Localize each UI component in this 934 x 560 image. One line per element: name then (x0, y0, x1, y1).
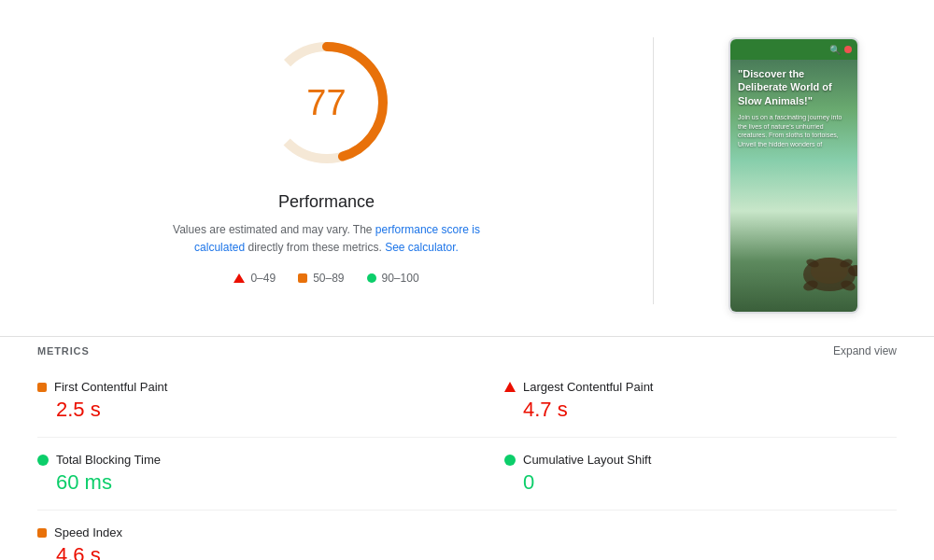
performance-gauge: 77 (252, 28, 402, 177)
metrics-header: METRICS Expand view (0, 336, 934, 365)
cls-indicator-icon (504, 455, 516, 466)
phone-header: 🔍 (730, 39, 857, 60)
phone-search-icon: 🔍 (829, 45, 841, 55)
metric-tbt-header: Total Blocking Time (37, 453, 452, 467)
si-label: Speed Index (54, 525, 122, 539)
cls-value: 0 (523, 470, 882, 495)
phone-content: "Discover the Deliberate World of Slow A… (730, 60, 857, 312)
main-container: 77 Performance Values are estimated and … (0, 0, 934, 560)
gauge-score: 77 (306, 83, 346, 123)
phone-body-text: Join us on a fascinating journey into th… (738, 113, 850, 149)
metric-largest-contentful-paint: Largest Contentful Paint 4.7 s (467, 365, 897, 438)
expand-view-button[interactable]: Expand view (833, 344, 897, 357)
section-divider (653, 37, 654, 304)
animal-silhouette-icon (783, 200, 857, 312)
phone-preview-area: 🔍 (691, 28, 897, 314)
legend-label-orange: 50–89 (313, 272, 344, 285)
phone-frame: 🔍 (729, 37, 859, 314)
legend-item-green: 90–100 (367, 272, 419, 285)
metric-speed-index: Speed Index 4.6 s (37, 511, 467, 560)
tbt-indicator-icon (37, 455, 49, 466)
metrics-grid: First Contentful Paint 2.5 s Largest Con… (0, 365, 934, 560)
performance-area: 77 Performance Values are estimated and … (37, 28, 616, 285)
desc-mid: directly from these metrics. (245, 241, 385, 254)
metric-total-blocking-time: Total Blocking Time 60 ms (37, 438, 467, 511)
metric-first-contentful-paint: First Contentful Paint 2.5 s (37, 365, 467, 438)
metrics-label: METRICS (37, 345, 90, 357)
green-circle-icon (367, 273, 376, 283)
lcp-label: Largest Contentful Paint (523, 380, 653, 394)
phone-headline: "Discover the Deliberate World of Slow A… (738, 67, 850, 107)
metric-cumulative-layout-shift: Cumulative Layout Shift 0 (467, 438, 897, 511)
metric-fcp-header: First Contentful Paint (37, 380, 452, 394)
fcp-value: 2.5 s (56, 398, 452, 422)
red-triangle-icon (234, 273, 245, 283)
metric-lcp-header: Largest Contentful Paint (504, 380, 882, 394)
legend-label-red: 0–49 (250, 272, 276, 285)
desc-text: Values are estimated and may vary. The (173, 223, 375, 236)
tbt-label: Total Blocking Time (56, 453, 161, 467)
orange-square-icon (298, 273, 307, 283)
top-section: 77 Performance Values are estimated and … (0, 0, 934, 332)
legend-label-green: 90–100 (382, 272, 419, 285)
lcp-indicator-icon (504, 382, 516, 392)
phone-close-dot (844, 46, 852, 53)
performance-title: Performance (278, 192, 375, 212)
metric-si-header: Speed Index (37, 525, 452, 539)
tbt-value: 60 ms (56, 470, 452, 495)
lcp-value: 4.7 s (523, 398, 882, 422)
legend-item-red: 0–49 (234, 272, 276, 285)
legend-item-orange: 50–89 (298, 272, 344, 285)
calculator-link[interactable]: See calculator. (385, 241, 459, 254)
phone-overlay-text: "Discover the Deliberate World of Slow A… (738, 67, 850, 149)
fcp-label: First Contentful Paint (54, 380, 167, 394)
si-value: 4.6 s (56, 543, 452, 560)
cls-label: Cumulative Layout Shift (523, 453, 651, 467)
si-indicator-icon (37, 528, 47, 538)
performance-description: Values are estimated and may vary. The p… (168, 221, 486, 257)
fcp-indicator-icon (37, 383, 47, 392)
metric-cls-header: Cumulative Layout Shift (504, 453, 882, 467)
score-legend: 0–49 50–89 90–100 (234, 272, 418, 285)
